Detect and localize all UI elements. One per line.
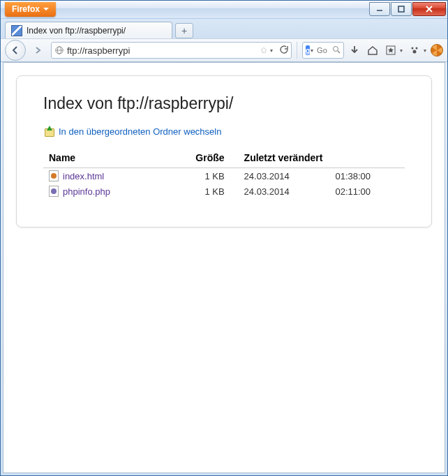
file-time: 02:11:00: [329, 184, 405, 199]
magnifier-icon: [332, 45, 341, 54]
directory-panel: Index von ftp://raspberrypi/ In den über…: [16, 75, 432, 228]
search-engine-dropdown[interactable]: ▾: [311, 47, 313, 54]
app-menu-button[interactable]: Firefox: [5, 2, 56, 17]
nav-toolbar: ✩ ▾ g ▾ ▾ ▾: [1, 38, 447, 62]
table-row: index.html1 KB24.03.201401:38:00: [43, 168, 405, 184]
back-button[interactable]: [5, 40, 26, 61]
close-button[interactable]: [412, 2, 446, 16]
download-icon: [349, 45, 360, 56]
minimize-icon: [376, 6, 383, 13]
page-content: Index von ftp://raspberrypi/ In den über…: [3, 62, 445, 473]
svg-point-10: [412, 47, 414, 50]
table-row: phpinfo.php1 KB24.03.201402:11:00: [43, 184, 405, 199]
maximize-icon: [398, 6, 405, 13]
search-box[interactable]: g ▾: [302, 42, 344, 59]
search-input[interactable]: [317, 46, 330, 54]
file-icon: [49, 170, 59, 181]
file-time: 01:38:00: [329, 168, 405, 184]
file-table: Name Größe Zuletzt verändert index.html1…: [43, 149, 405, 199]
paw-icon: [409, 45, 420, 56]
tab-title: Index von ftp://raspberrypi/: [27, 26, 126, 36]
file-date: 24.03.2014: [239, 168, 330, 184]
tab-active[interactable]: Index von ftp://raspberrypi/: [5, 22, 172, 38]
url-input[interactable]: [67, 45, 257, 56]
new-tab-button[interactable]: +: [175, 23, 193, 38]
close-icon: [426, 6, 433, 13]
globe-icon: [54, 45, 64, 55]
file-link[interactable]: phpinfo.php: [63, 186, 110, 197]
file-icon: [49, 186, 59, 197]
svg-rect-1: [398, 6, 404, 12]
app-menu-label: Firefox: [12, 4, 40, 14]
forward-button[interactable]: [29, 40, 48, 60]
col-size[interactable]: Größe: [160, 149, 239, 168]
file-date: 24.03.2014: [239, 184, 330, 199]
titlebar: Firefox: [1, 1, 447, 19]
file-size: 1 KB: [160, 168, 239, 184]
svg-point-12: [413, 50, 417, 54]
minimize-button[interactable]: [369, 2, 390, 16]
tab-favicon: [11, 25, 22, 36]
parent-directory-link[interactable]: In den übergeordneten Ordner wechseln: [43, 126, 405, 137]
reload-icon: [278, 45, 288, 54]
file-size: 1 KB: [160, 184, 239, 199]
bookmarks-button[interactable]: [383, 45, 398, 56]
home-icon: [367, 45, 378, 56]
col-name[interactable]: Name: [43, 149, 160, 168]
tab-strip: Index von ftp://raspberrypi/ +: [1, 19, 447, 38]
profile-button[interactable]: [431, 44, 443, 57]
file-link[interactable]: index.html: [63, 171, 104, 181]
home-button[interactable]: [365, 45, 380, 56]
downloads-button[interactable]: [347, 45, 362, 56]
reload-button[interactable]: [278, 45, 288, 57]
addon-button[interactable]: [407, 45, 422, 56]
bookmarks-dropdown[interactable]: ▾: [400, 47, 403, 54]
separator: [297, 42, 297, 59]
address-bar[interactable]: ✩ ▾: [51, 42, 292, 59]
url-dropdown[interactable]: ▾: [270, 47, 273, 54]
svg-line-8: [338, 51, 340, 53]
plus-icon: +: [181, 25, 187, 36]
bookmark-star-icon: [385, 45, 396, 56]
back-icon: [10, 45, 20, 55]
svg-point-11: [416, 47, 418, 50]
search-engine-icon: g: [306, 45, 310, 55]
chevron-down-icon: [43, 8, 49, 10]
maximize-button[interactable]: [391, 2, 412, 16]
feed-icon[interactable]: ✩: [260, 45, 267, 55]
parent-directory-label: In den übergeordneten Ordner wechseln: [59, 126, 221, 137]
up-folder-icon: [43, 126, 54, 137]
svg-point-7: [334, 46, 338, 51]
page-heading: Index von ftp://raspberrypi/: [43, 94, 405, 113]
col-modified[interactable]: Zuletzt verändert: [239, 149, 405, 168]
search-go-button[interactable]: [332, 45, 341, 56]
forward-icon: [34, 46, 43, 54]
addon-dropdown[interactable]: ▾: [424, 47, 426, 54]
